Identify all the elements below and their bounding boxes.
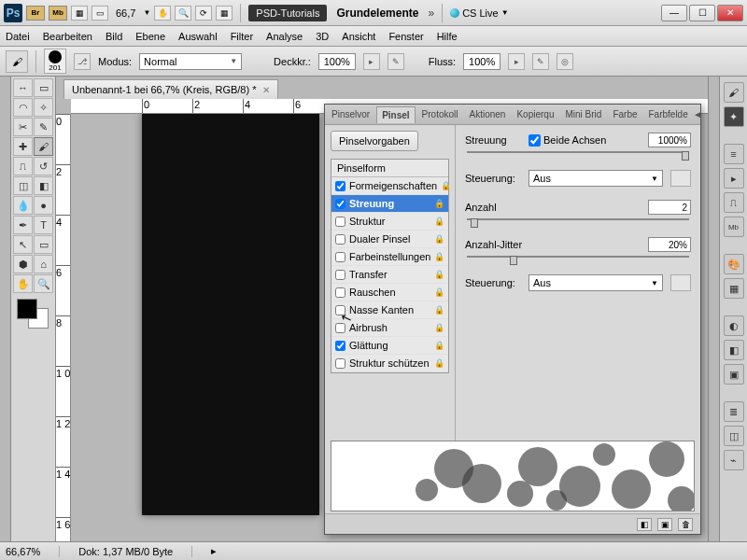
dock-layers-icon[interactable]: ≣ [724,401,744,422]
scatter-slider[interactable] [465,151,691,161]
dock-actions-icon[interactable]: ▸ [724,168,744,189]
item-nasse-kanten[interactable]: Nasse Kanten🔒 [331,301,448,319]
delete-brush-icon[interactable]: 🗑 [678,518,693,531]
pen-tool[interactable]: ✒ [13,216,33,234]
lock-icon[interactable]: 🔒 [434,358,444,368]
control1-select[interactable]: Aus [529,170,663,187]
minibridge-button[interactable]: Mb [49,6,67,21]
menu-fenster[interactable]: Fenster [388,31,423,42]
lock-icon[interactable]: 🔒 [434,199,444,208]
3d-tool[interactable]: ⬢ [13,255,33,273]
count-slider[interactable] [465,218,691,228]
menu-3d[interactable]: 3D [316,31,329,42]
lock-icon[interactable]: 🔒 [441,181,451,190]
lock-icon[interactable]: 🔒 [434,287,444,297]
lock-icon[interactable]: 🔒 [434,341,444,350]
close-tab-icon[interactable]: ✕ [262,85,270,95]
workspace-menu-icon[interactable]: » [428,7,434,20]
list-header-pinselform[interactable]: Pinselform [331,160,448,177]
tab-protokoll[interactable]: Protokoll [417,106,463,122]
type-tool[interactable]: T [34,216,53,234]
dock-masks-icon[interactable]: ▣ [724,364,744,385]
screenmode-icon[interactable]: ▭ [92,6,108,21]
tab-aktionen[interactable]: Aktionen [465,106,511,122]
vertical-ruler[interactable]: 0 2 4 6 8 1 0 1 2 1 4 1 6 [56,114,71,560]
tab-farbfelde[interactable]: Farbfelde [644,106,693,122]
minimize-button[interactable]: — [661,5,687,21]
tab-pinsel[interactable]: Pinsel [376,106,415,123]
count-jitter-value[interactable]: 20% [648,237,691,252]
wand-tool[interactable]: ✧ [34,98,53,117]
menu-datei[interactable]: Datei [6,31,30,42]
arrange-icon[interactable]: ▦ [71,6,88,21]
brush-preset-picker[interactable]: 201 [44,49,66,74]
heal-tool[interactable]: ✚ [13,137,33,156]
item-struktur[interactable]: Struktur🔒 [331,213,448,231]
lock-icon[interactable]: 🔒 [434,323,444,332]
lock-icon[interactable]: 🔒 [434,305,444,315]
flow-input[interactable]: 100% [463,53,500,70]
hand-icon[interactable]: ✋ [154,6,171,21]
move-tool[interactable]: ↔ [13,78,33,97]
eraser-tool[interactable]: ◫ [13,176,33,195]
bridge-button[interactable]: Br [26,6,45,21]
dock-history-icon[interactable]: ≡ [724,144,744,164]
workspace-name[interactable]: Grundelemente [331,7,424,20]
marquee-tool[interactable]: ▭ [34,78,53,97]
control2-pen-icon[interactable] [670,274,691,291]
history-brush-tool[interactable]: ↺ [34,157,53,175]
flow-flyout[interactable]: ▸ [508,53,525,70]
crop-tool[interactable]: ✂ [13,118,33,136]
status-zoom[interactable]: 66,67% [6,546,60,557]
tab-kopierqu[interactable]: Kopierqu [512,106,558,122]
close-button[interactable]: ✕ [717,5,743,21]
grid-icon[interactable]: ▦ [216,6,233,21]
dock-adjust-icon[interactable]: ◐ [724,315,744,336]
maximize-button[interactable]: ☐ [689,5,715,21]
dock-brush-icon[interactable]: 🖌 [724,82,744,103]
dock-swatches-icon[interactable]: ▦ [724,278,744,299]
menu-auswahl[interactable]: Auswahl [178,31,218,42]
status-flyout-icon[interactable]: ▸ [211,545,217,557]
menu-analyse[interactable]: Analyse [266,31,303,42]
item-formeigenschaften[interactable]: Formeigenschaften🔒 [331,177,448,195]
dock-mb-icon[interactable]: Mb [724,217,744,237]
menu-bearbeiten[interactable]: Bearbeiten [43,31,92,42]
hand-tool[interactable]: ✋ [13,274,33,293]
count-value[interactable]: 2 [648,200,691,215]
gradient-tool[interactable]: ◧ [34,176,53,195]
menu-ebene[interactable]: Ebene [135,31,165,42]
dock-brushpresets-icon[interactable]: ✦ [724,106,744,127]
item-transfer[interactable]: Transfer🔒 [331,266,448,284]
lock-icon[interactable]: 🔒 [434,234,444,244]
tablet-pressure-icon[interactable]: ◎ [557,53,573,70]
foreground-color-swatch[interactable] [17,299,37,319]
scatter-value[interactable]: 1000% [648,133,691,147]
item-airbrush[interactable]: Airbrush🔒 [331,319,448,337]
opacity-flyout[interactable]: ▸ [363,53,380,70]
dock-color-icon[interactable]: 🎨 [724,254,744,274]
dock-paths-icon[interactable]: ⌁ [724,450,744,470]
3d-camera-tool[interactable]: ⌂ [34,255,53,273]
brush-tool[interactable]: 🖌 [34,137,53,156]
control2-select[interactable]: Aus [529,274,663,291]
item-dualer-pinsel[interactable]: Dualer Pinsel🔒 [331,231,448,248]
opacity-input[interactable]: 100% [318,53,356,70]
airbrush-icon[interactable]: ✎ [532,53,549,70]
tab-pinselvor[interactable]: Pinselvor [327,106,374,122]
brush-panel-toggle[interactable]: ⎇ [74,53,91,70]
dodge-tool[interactable]: ● [34,196,53,215]
rotate-icon[interactable]: ⟳ [195,6,212,21]
both-axes-checkbox[interactable]: Beide Achsen [529,134,606,147]
control1-pen-icon[interactable] [670,170,691,187]
mode-select[interactable]: Normal [139,53,242,70]
item-streuung[interactable]: Streuung🔒 [331,195,448,213]
panel-scroll-icon[interactable]: ◀▶ [695,108,700,120]
cs-live[interactable]: CS Live▼ [450,7,508,19]
dock-styles-icon[interactable]: ◧ [724,340,744,360]
shape-tool[interactable]: ▭ [34,235,53,254]
blur-tool[interactable]: 💧 [13,196,33,215]
menu-hilfe[interactable]: Hilfe [437,31,458,42]
tab-farbe[interactable]: Farbe [608,106,641,122]
zoom-level[interactable]: 66,7 [112,7,139,19]
